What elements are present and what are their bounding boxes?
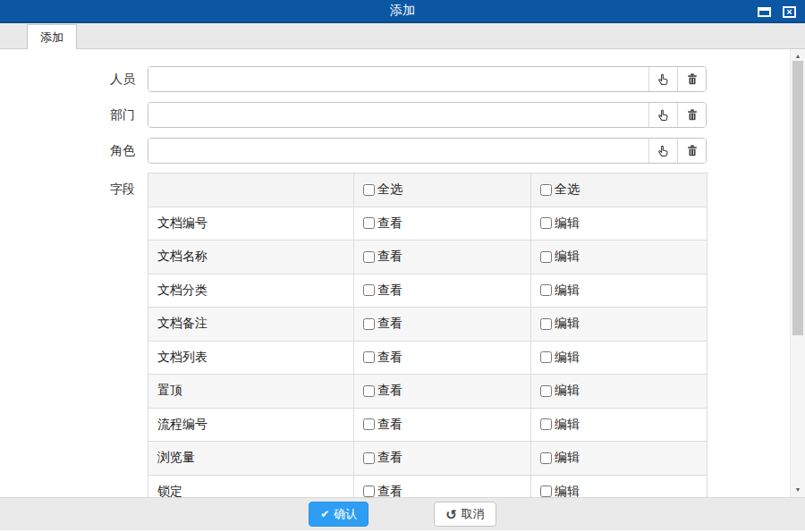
view-checkbox-wrap[interactable]: 查看: [363, 350, 402, 366]
edit-checkbox[interactable]: [540, 418, 552, 430]
edit-checkbox-wrap[interactable]: 编辑: [540, 283, 580, 299]
edit-checkbox[interactable]: [540, 284, 552, 296]
edit-checkbox[interactable]: [540, 385, 552, 397]
view-checkbox[interactable]: [363, 284, 375, 296]
view-checkbox-wrap[interactable]: 查看: [363, 215, 402, 232]
form-rows: 人员 部门: [0, 66, 790, 164]
view-checkbox[interactable]: [363, 251, 375, 263]
trash-icon: [686, 144, 699, 157]
form-field-input[interactable]: [148, 139, 648, 163]
view-checkbox-wrap[interactable]: 查看: [363, 450, 402, 466]
footer-bar: ✔ 确认 ↺ 取消: [0, 497, 805, 530]
vertical-scrollbar[interactable]: ▲ ▼: [790, 49, 805, 497]
edit-checkbox-wrap[interactable]: 编辑: [540, 484, 580, 498]
form-field-input[interactable]: [148, 103, 648, 127]
field-name-cell: 文档列表: [148, 341, 354, 375]
view-checkbox-wrap[interactable]: 查看: [363, 283, 402, 299]
select-all-view[interactable]: 全选: [363, 182, 402, 198]
edit-cell: 编辑: [531, 241, 708, 274]
table-row: 置顶 查看 编辑: [148, 375, 708, 409]
select-all-edit-label: 全选: [555, 182, 580, 198]
table-row: 文档备注 查看 编辑: [148, 308, 708, 342]
add-dialog: 添加 × 添加 人员: [0, 0, 805, 532]
header-edit-cell: 全选: [531, 173, 708, 207]
scrollbar-down-arrow-icon[interactable]: ▼: [791, 485, 805, 495]
view-cell: 查看: [354, 241, 531, 274]
view-checkbox[interactable]: [363, 452, 375, 464]
select-hand-button[interactable]: [648, 67, 677, 91]
select-all-edit-checkbox[interactable]: [540, 184, 552, 196]
close-x-glyph: ×: [786, 7, 792, 17]
table-row: 流程编号 查看 编辑: [148, 408, 708, 442]
field-name-cell: 文档分类: [148, 274, 354, 308]
check-icon: ✔: [320, 509, 329, 519]
clear-trash-button[interactable]: [677, 103, 706, 127]
dialog-content: 人员 部门: [0, 49, 790, 497]
edit-checkbox-wrap[interactable]: 编辑: [540, 215, 580, 232]
view-checkbox[interactable]: [363, 217, 375, 229]
select-hand-button[interactable]: [648, 139, 677, 163]
hand-pointer-icon: [657, 72, 670, 86]
view-checkbox-wrap[interactable]: 查看: [363, 383, 402, 399]
tab-add[interactable]: 添加: [27, 24, 77, 49]
permissions-table-body: 文档编号 查看 编辑 文档名称 查看 编辑: [148, 207, 708, 497]
edit-checkbox-wrap[interactable]: 编辑: [540, 417, 580, 433]
confirm-button[interactable]: ✔ 确认: [309, 502, 369, 527]
edit-label: 编辑: [555, 450, 580, 466]
select-hand-button[interactable]: [648, 103, 677, 127]
edit-cell: 编辑: [531, 475, 708, 497]
view-checkbox[interactable]: [363, 486, 375, 497]
edit-checkbox[interactable]: [540, 217, 552, 229]
scrollbar-thumb[interactable]: [792, 61, 803, 335]
cancel-button[interactable]: ↺ 取消: [434, 502, 496, 527]
edit-checkbox-wrap[interactable]: 编辑: [540, 316, 580, 332]
maximize-icon[interactable]: [758, 7, 771, 17]
field-name-cell: 锁定: [148, 475, 354, 497]
form-field-input[interactable]: [148, 67, 648, 91]
select-all-edit[interactable]: 全选: [540, 182, 580, 198]
view-checkbox[interactable]: [363, 418, 375, 430]
edit-cell: 编辑: [531, 442, 708, 476]
header-empty-cell: [148, 173, 354, 207]
view-checkbox-wrap[interactable]: 查看: [363, 484, 402, 498]
clear-trash-button[interactable]: [677, 139, 706, 163]
view-label: 查看: [377, 350, 402, 366]
edit-checkbox[interactable]: [540, 318, 552, 330]
edit-checkbox[interactable]: [540, 251, 552, 263]
dialog-body: 人员 部门: [0, 49, 805, 497]
edit-checkbox-wrap[interactable]: 编辑: [540, 249, 580, 265]
view-checkbox[interactable]: [363, 385, 375, 397]
tab-strip: 添加: [0, 23, 805, 49]
dialog-titlebar[interactable]: 添加 ×: [0, 0, 805, 23]
view-label: 查看: [377, 484, 402, 498]
view-checkbox[interactable]: [363, 351, 375, 363]
edit-label: 编辑: [555, 316, 580, 332]
field-name: 浏览量: [157, 450, 195, 464]
view-checkbox-wrap[interactable]: 查看: [363, 417, 402, 433]
edit-label: 编辑: [555, 383, 580, 399]
edit-checkbox[interactable]: [540, 486, 552, 497]
form-field-label: 角色: [110, 143, 148, 159]
view-checkbox-wrap[interactable]: 查看: [363, 249, 402, 265]
view-cell: 查看: [354, 475, 531, 497]
field-name-cell: 浏览量: [148, 442, 354, 476]
view-checkbox-wrap[interactable]: 查看: [363, 316, 402, 332]
view-cell: 查看: [354, 408, 531, 442]
edit-checkbox[interactable]: [540, 351, 552, 363]
table-row: 文档分类 查看 编辑: [148, 274, 708, 308]
edit-checkbox-wrap[interactable]: 编辑: [540, 450, 580, 466]
edit-checkbox-wrap[interactable]: 编辑: [540, 383, 580, 399]
field-name: 置顶: [157, 383, 182, 397]
clear-trash-button[interactable]: [677, 67, 706, 91]
edit-label: 编辑: [555, 484, 580, 498]
edit-checkbox-wrap[interactable]: 编辑: [540, 350, 580, 366]
fields-section: 字段 全选: [110, 173, 790, 497]
close-icon[interactable]: ×: [783, 6, 796, 18]
edit-label: 编辑: [555, 417, 580, 433]
view-checkbox[interactable]: [363, 318, 375, 330]
edit-cell: 编辑: [531, 207, 708, 241]
view-label: 查看: [377, 450, 402, 466]
edit-label: 编辑: [555, 215, 580, 232]
select-all-view-checkbox[interactable]: [363, 184, 375, 196]
edit-checkbox[interactable]: [540, 452, 552, 464]
